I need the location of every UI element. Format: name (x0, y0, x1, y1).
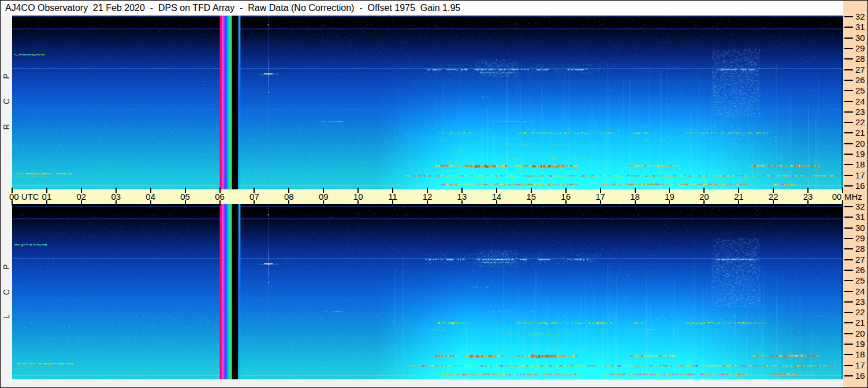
freq-tick (844, 227, 853, 229)
freq-tick-label: 27 (855, 255, 865, 264)
time-tick-label: 18 (630, 192, 640, 202)
freq-tick (844, 122, 853, 123)
freq-tick-label: 20 (855, 329, 865, 338)
lcp-axis-label-text: L C P (2, 256, 11, 319)
freq-tick-label: 16 (855, 371, 865, 380)
freq-tick (844, 27, 853, 28)
time-tick-label: 15 (526, 192, 536, 202)
time-tick-label: 06 (215, 192, 225, 202)
title-text: AJ4CO Observatory 21 Feb 2020 - DPS on T… (5, 3, 460, 13)
time-tick-label: 13 (457, 192, 467, 202)
freq-tick (844, 164, 853, 165)
freq-tick (844, 312, 853, 313)
freq-tick-label: 32 (855, 12, 865, 21)
time-tick-label: 05 (180, 192, 190, 202)
time-tick-label: 02 (76, 192, 86, 202)
title-bar: AJ4CO Observatory 21 Feb 2020 - DPS on T… (1, 1, 843, 16)
time-tick-label: 10 (353, 192, 363, 202)
time-tick-label: 19 (665, 192, 675, 202)
time-tick (842, 200, 843, 206)
freq-tick-label: 23 (855, 107, 865, 117)
time-tick-label: 12 (423, 192, 433, 202)
freq-tick (844, 248, 853, 249)
time-tick-label: 09 (319, 192, 329, 202)
freq-tick-label: 24 (855, 96, 865, 106)
freq-tick-label: 27 (855, 65, 865, 74)
time-tick (842, 188, 843, 193)
freq-tick (844, 365, 853, 366)
freq-tick (844, 206, 853, 207)
freq-tick (844, 270, 853, 271)
freq-tick (844, 280, 853, 281)
lcp-spectrogram (12, 204, 843, 379)
freq-tick-label: 29 (855, 233, 865, 243)
rcp-axis-label: R C P (2, 58, 11, 145)
freq-tick (844, 354, 853, 355)
freq-tick-label: 24 (855, 286, 865, 296)
time-tick-label: 17 (595, 192, 605, 202)
freq-tick (844, 291, 853, 292)
time-tick-label: 16 (561, 192, 571, 202)
freq-tick (844, 154, 853, 155)
freq-tick-label: 28 (855, 244, 865, 253)
freq-tick (844, 132, 853, 133)
freq-tick-label: 17 (855, 170, 865, 180)
freq-tick-label: 16 (855, 181, 865, 191)
freq-tick-label: 26 (855, 75, 865, 85)
freq-tick (844, 48, 853, 49)
time-tick-label: 00 UTC (9, 192, 39, 202)
freq-tick (844, 322, 853, 323)
dps-spectrogram-window: AJ4CO Observatory 21 Feb 2020 - DPS on T… (0, 0, 868, 388)
freq-tick-label: 25 (855, 275, 865, 285)
freq-tick-label: 18 (855, 349, 865, 359)
time-tick-label: 00 (832, 192, 842, 202)
freq-tick (844, 143, 853, 144)
freq-tick (844, 301, 853, 303)
freq-tick (844, 58, 853, 59)
freq-tick (844, 217, 853, 218)
freq-tick (844, 111, 853, 113)
time-tick-label: 22 (769, 192, 778, 202)
freq-tick-label: 19 (855, 149, 865, 159)
freq-tick-label: 29 (855, 43, 865, 53)
time-tick-label: 07 (249, 192, 259, 202)
freq-tick (844, 344, 853, 345)
rcp-spectrogram (12, 16, 843, 189)
freq-tick-label: 30 (855, 223, 865, 233)
freq-tick-label: 22 (855, 307, 865, 317)
freq-tick-label: 31 (855, 22, 865, 32)
lcp-axis-label: L C P (2, 248, 11, 335)
time-tick-label: 01 (42, 192, 52, 202)
time-tick-label: 11 (388, 192, 397, 202)
time-tick-label: 21 (734, 192, 744, 202)
freq-tick-label: 20 (855, 139, 865, 148)
freq-tick-label: 30 (855, 33, 865, 43)
time-tick-label: 08 (284, 192, 294, 202)
freq-tick (844, 69, 853, 70)
freq-tick-label: 23 (855, 297, 865, 307)
freq-tick-label: 19 (855, 339, 865, 349)
freq-tick (844, 16, 853, 17)
freq-tick-label: 25 (855, 85, 865, 95)
freq-tick-label: 17 (855, 360, 865, 370)
time-tick-label: 14 (491, 192, 501, 202)
freq-tick (844, 90, 853, 91)
time-axis-band: 00 UTC0102030405060708091011121314151617… (8, 189, 843, 204)
freq-tick-label: 28 (855, 54, 865, 64)
freq-tick-label: 21 (855, 128, 865, 137)
freq-tick (844, 375, 853, 376)
freq-tick (844, 333, 853, 334)
freq-tick-label: 18 (855, 159, 865, 169)
time-tick-label: 20 (699, 192, 709, 202)
time-tick-label: 03 (111, 192, 121, 202)
freq-tick (844, 259, 853, 260)
freq-tick (844, 38, 853, 39)
frequency-unit-label: MHz (844, 192, 862, 202)
freq-tick-label: 32 (855, 202, 865, 211)
freq-tick-label: 31 (855, 212, 865, 222)
freq-tick (844, 185, 853, 186)
freq-tick (844, 238, 853, 239)
rcp-axis-label-text: R C P (2, 65, 11, 129)
freq-tick-label: 22 (855, 117, 865, 127)
freq-tick (844, 80, 853, 81)
